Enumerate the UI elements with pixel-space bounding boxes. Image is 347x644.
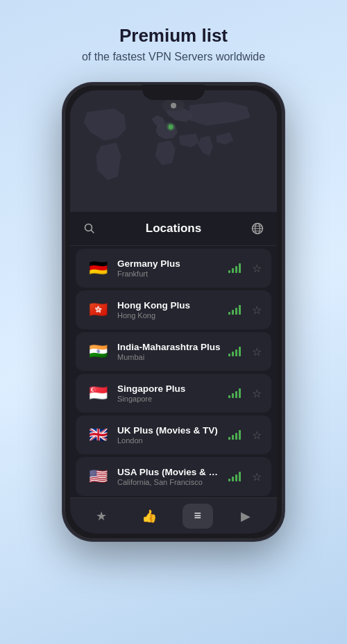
star-icon[interactable]: ☆ bbox=[252, 429, 262, 442]
flag-icon: 🇭🇰 bbox=[85, 297, 110, 322]
location-city: California, San Francisco bbox=[117, 478, 221, 486]
location-city: Mumbai bbox=[117, 353, 221, 361]
phone-mockup: Locations 🇩🇪 Germany Plus Frankfurt bbox=[62, 83, 285, 541]
signal-bars bbox=[228, 430, 241, 440]
location-text: UK Plus (Movies & TV) London bbox=[117, 425, 221, 445]
location-name: Germany Plus bbox=[117, 258, 221, 269]
bottom-nav: ★👍≡▶ bbox=[70, 497, 277, 534]
page-title: Premium list bbox=[82, 25, 265, 47]
flag-icon: 🇬🇧 bbox=[85, 422, 110, 447]
locations-title: Locations bbox=[99, 222, 248, 236]
thumbsup-nav[interactable]: 👍 bbox=[134, 504, 164, 529]
star-icon[interactable]: ☆ bbox=[252, 304, 262, 317]
flag-icon: 🇩🇪 bbox=[85, 256, 110, 281]
location-name: India-Maharashtra Plus bbox=[117, 342, 221, 352]
location-name: UK Plus (Movies & TV) bbox=[117, 425, 221, 436]
volume-down-button bbox=[62, 238, 65, 276]
star-icon[interactable]: ☆ bbox=[252, 345, 262, 358]
location-city: Frankfurt bbox=[117, 270, 221, 278]
location-city: Singapore bbox=[117, 395, 221, 403]
list-nav[interactable]: ≡ bbox=[183, 504, 213, 529]
star-icon[interactable]: ☆ bbox=[252, 387, 262, 400]
location-name: Hong Kong Plus bbox=[117, 300, 221, 311]
search-bar: Locations bbox=[70, 212, 277, 246]
location-name: Singapore Plus bbox=[117, 383, 221, 394]
location-text: Hong Kong Plus Hong Kong bbox=[117, 300, 221, 320]
play-nav[interactable]: ▶ bbox=[230, 504, 261, 529]
location-text: India-Maharashtra Plus Mumbai bbox=[117, 342, 221, 361]
location-item[interactable]: 🇸🇬 Singapore Plus Singapore ☆ bbox=[76, 374, 271, 413]
page-header: Premium list of the fastest VPN Servers … bbox=[61, 0, 286, 77]
star-icon[interactable]: ☆ bbox=[252, 470, 262, 484]
phone-frame: Locations 🇩🇪 Germany Plus Frankfurt bbox=[62, 83, 285, 541]
volume-up-button bbox=[62, 192, 65, 231]
location-item[interactable]: 🇮🇳 India-Maharashtra Plus Mumbai ☆ bbox=[76, 332, 271, 371]
location-item[interactable]: 🇩🇪 Germany Plus Frankfurt ☆ bbox=[76, 249, 271, 288]
phone-content: Locations 🇩🇪 Germany Plus Frankfurt bbox=[70, 90, 277, 534]
signal-bars bbox=[228, 305, 241, 315]
location-city: Hong Kong bbox=[117, 311, 221, 320]
svg-point-2 bbox=[167, 123, 175, 131]
location-item[interactable]: 🇬🇧 UK Plus (Movies & TV) London ☆ bbox=[76, 415, 271, 454]
flag-icon: 🇸🇬 bbox=[85, 381, 110, 406]
location-name: USA Plus (Movies & TV) bbox=[117, 467, 221, 477]
location-item[interactable]: 🇭🇰 Hong Kong Plus Hong Kong ☆ bbox=[76, 290, 271, 329]
signal-bars bbox=[228, 263, 241, 273]
flag-icon: 🇮🇳 bbox=[85, 339, 110, 364]
location-text: Germany Plus Frankfurt bbox=[117, 258, 221, 278]
signal-bars bbox=[228, 472, 241, 481]
location-pill bbox=[162, 100, 185, 111]
location-text: USA Plus (Movies & TV) California, San F… bbox=[117, 467, 221, 486]
notch bbox=[142, 85, 205, 100]
page-subtitle: of the fastest VPN Servers worldwide bbox=[82, 51, 265, 63]
location-item[interactable]: 🇺🇸 USA Plus (Movies & TV) California, Sa… bbox=[76, 457, 271, 496]
signal-bars bbox=[228, 347, 241, 356]
star-icon[interactable]: ☆ bbox=[252, 262, 262, 275]
globe-icon[interactable] bbox=[248, 219, 267, 238]
svg-line-4 bbox=[92, 231, 94, 233]
mute-button bbox=[62, 161, 65, 185]
flag-icon: 🇺🇸 bbox=[85, 464, 110, 489]
search-icon[interactable] bbox=[80, 219, 99, 238]
favorites-nav[interactable]: ★ bbox=[86, 504, 117, 529]
location-list: 🇩🇪 Germany Plus Frankfurt ☆ 🇭🇰 Hong Kong… bbox=[70, 246, 277, 534]
map-area bbox=[70, 90, 277, 212]
signal-bars bbox=[228, 388, 241, 398]
location-text: Singapore Plus Singapore bbox=[117, 383, 221, 403]
location-city: London bbox=[117, 436, 221, 445]
pill-dot bbox=[171, 103, 176, 108]
power-button bbox=[282, 175, 285, 217]
